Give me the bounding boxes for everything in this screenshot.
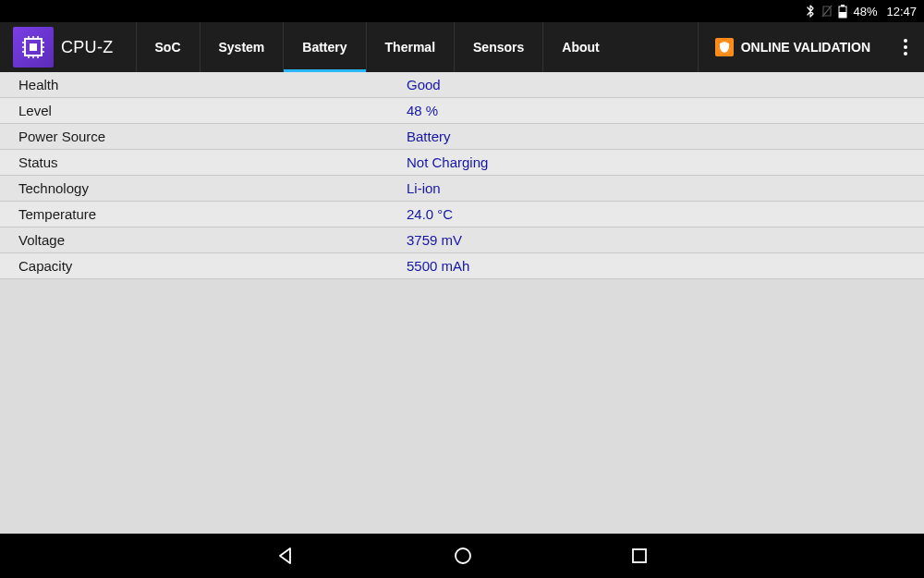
battery-icon xyxy=(838,5,847,18)
tab-bar: SoCSystemBatteryThermalSensorsAbout xyxy=(136,22,618,72)
navigation-bar xyxy=(0,534,924,578)
clock: 12:47 xyxy=(886,5,917,18)
bluetooth-icon xyxy=(805,5,816,18)
tab-sensors[interactable]: Sensors xyxy=(454,22,542,72)
svg-point-18 xyxy=(456,548,470,563)
row-label: Voltage xyxy=(0,232,407,248)
row-value: Good xyxy=(407,77,924,92)
table-row: TechnologyLi-ion xyxy=(0,176,924,202)
home-button[interactable] xyxy=(444,536,482,575)
row-label: Technology xyxy=(0,180,407,196)
tab-thermal[interactable]: Thermal xyxy=(366,22,454,72)
row-value: 3759 mV xyxy=(407,232,924,248)
table-row: Level48 % xyxy=(0,98,924,124)
row-label: Level xyxy=(0,103,407,118)
row-value: Li-ion xyxy=(407,180,924,196)
svg-rect-19 xyxy=(633,549,646,562)
tab-soc[interactable]: SoC xyxy=(136,22,200,72)
tab-system[interactable]: System xyxy=(200,22,284,72)
table-row: Voltage3759 mV xyxy=(0,228,924,253)
row-label: Health xyxy=(0,77,407,92)
app-icon xyxy=(13,27,54,68)
status-bar: 48% 12:47 xyxy=(0,0,924,22)
table-row: HealthGood xyxy=(0,72,924,98)
tab-battery[interactable]: Battery xyxy=(283,22,365,72)
row-value: Not Charging xyxy=(407,154,924,170)
battery-percent: 48% xyxy=(853,5,877,18)
table-row: Temperature24.0 °C xyxy=(0,202,924,228)
table-row: Capacity5500 mAh xyxy=(0,253,924,279)
row-value: 48 % xyxy=(407,103,924,118)
row-label: Power Source xyxy=(0,129,407,144)
row-label: Temperature xyxy=(0,206,407,222)
row-value: Battery xyxy=(407,129,924,144)
online-validation-label: ONLINE VALIDATION xyxy=(741,40,870,55)
row-label: Status xyxy=(0,154,407,170)
row-value: 24.0 °C xyxy=(407,206,924,222)
no-sim-icon xyxy=(821,5,833,18)
svg-rect-3 xyxy=(839,12,846,18)
table-row: StatusNot Charging xyxy=(0,150,924,176)
overflow-menu-button[interactable] xyxy=(887,22,924,72)
action-bar: CPU-Z SoCSystemBatteryThermalSensorsAbou… xyxy=(0,22,924,72)
validation-shield-icon xyxy=(715,38,734,56)
recents-button[interactable] xyxy=(621,537,658,574)
row-label: Capacity xyxy=(0,258,407,274)
back-button[interactable] xyxy=(266,536,305,575)
row-value: 5500 mAh xyxy=(407,258,924,274)
content-area: HealthGoodLevel48 %Power SourceBatterySt… xyxy=(0,72,924,534)
tab-about[interactable]: About xyxy=(542,22,617,72)
online-validation-button[interactable]: ONLINE VALIDATION xyxy=(698,22,887,72)
app-title: CPU-Z xyxy=(61,22,136,72)
table-row: Power SourceBattery xyxy=(0,124,924,150)
svg-rect-5 xyxy=(30,43,37,51)
